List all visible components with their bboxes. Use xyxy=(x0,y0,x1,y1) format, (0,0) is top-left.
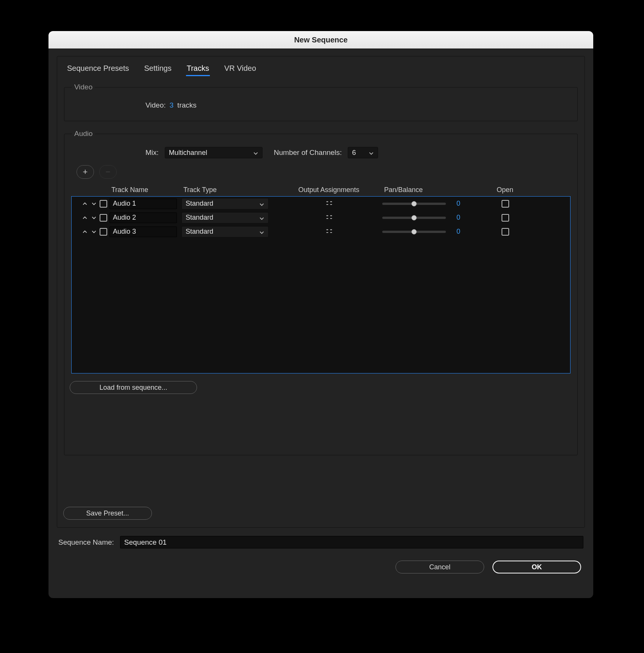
move-up-icon[interactable] xyxy=(81,214,88,221)
track-type-dropdown[interactable]: Standard xyxy=(181,226,269,237)
chevron-down-icon xyxy=(259,229,264,234)
tab-tracks[interactable]: Tracks xyxy=(186,62,210,76)
track-type-value: Standard xyxy=(186,200,213,208)
pan-slider[interactable] xyxy=(382,203,446,205)
pan-value[interactable]: 0 xyxy=(453,214,460,222)
tabbed-panel: Sequence Presets Settings Tracks VR Vide… xyxy=(57,56,585,528)
ok-button[interactable]: OK xyxy=(492,561,581,573)
chevron-down-icon xyxy=(259,201,264,206)
track-name-input[interactable] xyxy=(109,227,177,237)
load-from-sequence-button[interactable]: Load from sequence... xyxy=(70,381,197,394)
track-type-value: Standard xyxy=(186,214,213,222)
pan-value[interactable]: 0 xyxy=(453,200,460,208)
track-name-input[interactable] xyxy=(109,198,177,209)
remove-track-button: − xyxy=(99,165,117,179)
slider-thumb[interactable] xyxy=(411,229,417,234)
col-pan: Pan/Balance xyxy=(382,184,488,195)
tab-settings[interactable]: Settings xyxy=(143,62,172,76)
save-preset-button[interactable]: Save Preset... xyxy=(63,507,152,520)
col-output: Output Assignments xyxy=(276,184,382,195)
table-row[interactable]: Standard 0 xyxy=(72,211,570,225)
cancel-button[interactable]: Cancel xyxy=(395,561,484,573)
pan-slider[interactable] xyxy=(382,217,446,219)
output-assignment-button[interactable] xyxy=(276,225,382,239)
add-track-button[interactable]: + xyxy=(77,165,94,179)
mix-label: Mix: xyxy=(145,148,159,157)
track-type-dropdown[interactable]: Standard xyxy=(181,212,269,223)
video-legend: Video xyxy=(72,83,95,91)
mix-value: Multichannel xyxy=(169,149,207,157)
audio-group: Audio Mix: Multichannel Number of Channe… xyxy=(64,130,578,455)
video-label: Video: xyxy=(145,101,166,109)
open-checkbox[interactable] xyxy=(502,228,509,236)
new-sequence-dialog: New Sequence Sequence Presets Settings T… xyxy=(48,31,593,598)
move-up-icon[interactable] xyxy=(81,200,88,207)
tab-sequence-presets[interactable]: Sequence Presets xyxy=(66,62,130,76)
video-group: Video Video: 3 tracks xyxy=(64,83,578,121)
dialog-title: New Sequence xyxy=(48,31,593,48)
open-checkbox[interactable] xyxy=(502,200,509,208)
chevron-down-icon xyxy=(259,215,264,220)
channels-label: Number of Channels: xyxy=(274,148,342,157)
track-name-input[interactable] xyxy=(109,212,177,223)
chevron-down-icon xyxy=(253,150,258,155)
video-track-count[interactable]: 3 xyxy=(170,101,174,109)
col-open: Open xyxy=(488,184,522,195)
audio-legend: Audio xyxy=(72,130,95,138)
pan-value[interactable]: 0 xyxy=(453,228,460,236)
row-select-checkbox[interactable] xyxy=(100,228,107,236)
track-type-value: Standard xyxy=(186,228,213,236)
sequence-name-label: Sequence Name: xyxy=(58,538,114,547)
tab-bar: Sequence Presets Settings Tracks VR Vide… xyxy=(64,62,578,76)
tab-vr-video[interactable]: VR Video xyxy=(224,62,257,76)
output-assignment-button[interactable] xyxy=(276,211,382,225)
track-type-dropdown[interactable]: Standard xyxy=(181,198,269,209)
sequence-name-input[interactable] xyxy=(120,536,583,548)
row-select-checkbox[interactable] xyxy=(100,214,107,222)
col-track-name: Track Name xyxy=(109,184,181,195)
channels-dropdown[interactable]: 6 xyxy=(348,147,378,158)
move-down-icon[interactable] xyxy=(91,228,97,235)
move-down-icon[interactable] xyxy=(91,200,97,207)
dialog-body: Sequence Presets Settings Tracks VR Vide… xyxy=(48,48,593,598)
move-up-icon[interactable] xyxy=(81,228,88,235)
slider-thumb[interactable] xyxy=(411,201,417,206)
slider-thumb[interactable] xyxy=(411,215,417,220)
open-checkbox[interactable] xyxy=(502,214,509,222)
output-assignment-button[interactable] xyxy=(276,197,382,211)
table-row[interactable]: Standard 0 xyxy=(72,225,570,239)
chevron-down-icon xyxy=(369,150,374,155)
row-select-checkbox[interactable] xyxy=(100,200,107,208)
table-row[interactable]: Standard 0 xyxy=(72,197,570,211)
audio-tracks-table[interactable]: Standard 0 xyxy=(71,196,571,373)
move-down-icon[interactable] xyxy=(91,214,97,221)
dialog-footer: Sequence Name: Cancel OK xyxy=(57,536,585,573)
col-track-type: Track Type xyxy=(181,184,276,195)
channels-value: 6 xyxy=(352,149,356,157)
video-suffix: tracks xyxy=(177,101,197,109)
pan-slider[interactable] xyxy=(382,231,446,233)
mix-dropdown[interactable]: Multichannel xyxy=(165,147,263,158)
